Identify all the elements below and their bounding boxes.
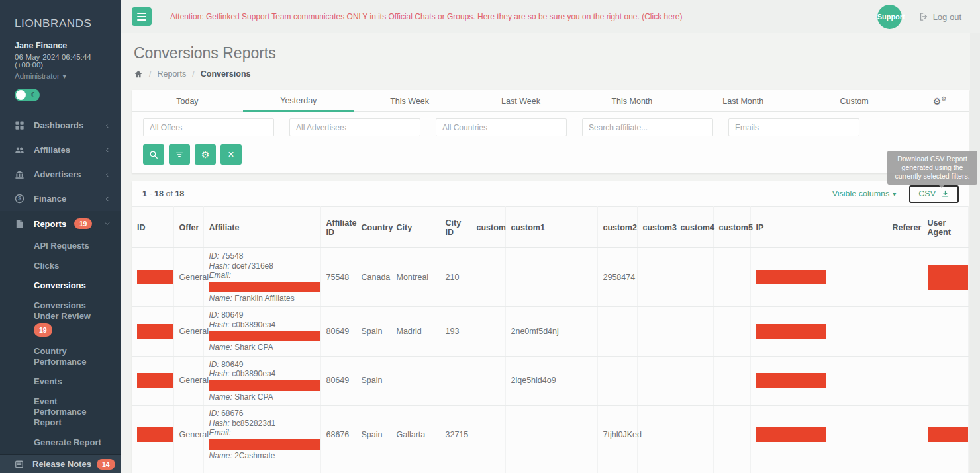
column-header-custom1: custom1	[505, 207, 597, 248]
cell-custom3	[637, 406, 675, 464]
cell-custom2	[597, 356, 637, 406]
tabs-settings-button[interactable]: ⚙⚙	[910, 90, 969, 111]
cell-custom3	[637, 464, 675, 473]
settings-button[interactable]: ⚙	[195, 144, 216, 165]
date-range-tabs: TodayYesterdayThis WeekLast WeekThis Mon…	[132, 90, 969, 112]
cell-offer: General	[173, 248, 203, 307]
filter-affiliate-search-input[interactable]	[582, 118, 713, 136]
tab-custom[interactable]: Custom	[799, 90, 910, 112]
redacted-email	[209, 282, 322, 292]
breadcrumb-reports[interactable]: Reports	[157, 69, 186, 79]
filter-button[interactable]	[169, 144, 190, 165]
tab-last-month[interactable]: Last Month	[687, 90, 799, 112]
column-header-custom: custom	[471, 207, 505, 248]
toggle-knob	[16, 90, 26, 100]
cell-custom1: 2ne0mf5d4nj	[505, 307, 597, 357]
cell-user_agent	[922, 464, 968, 473]
cell-custom4	[675, 248, 713, 307]
column-header-custom2: custom2	[597, 207, 637, 248]
cell-affiliate_id: 80649	[320, 356, 356, 406]
tab-last-week[interactable]: Last Week	[466, 90, 577, 112]
cell-custom4	[675, 464, 713, 473]
user-name: Jane Finance	[15, 41, 121, 50]
sidebar-item-clicks[interactable]: Clicks	[0, 256, 121, 276]
sidebar-item-release-notes[interactable]: Release Notes 14	[0, 454, 121, 473]
brand-logo: LIONBRANDS	[0, 0, 121, 33]
csv-label: CSV	[918, 189, 936, 198]
sidebar-item-events[interactable]: Events	[0, 372, 121, 392]
cell-ip	[750, 464, 887, 473]
sidebar-item-country-performance[interactable]: Country Performance	[0, 341, 121, 372]
cell-city_id: 210	[440, 248, 471, 307]
tab-yesterday[interactable]: Yesterday	[243, 90, 354, 112]
column-header-country: Country	[356, 207, 391, 248]
sidebar-item-event-performance-report[interactable]: Event Performance Report	[0, 392, 121, 433]
table-header-row: IDOfferAffiliateAffiliate IDCountryCityC…	[132, 207, 968, 248]
sidebar-item-label: Dashboards	[34, 120, 104, 130]
chevron-down-icon	[104, 220, 111, 227]
logout-button[interactable]: Log out	[919, 12, 961, 22]
redacted-email	[209, 331, 322, 341]
cell-custom	[471, 464, 505, 473]
sidebar-toggle-button[interactable]	[132, 7, 152, 26]
csv-download-button[interactable]: CSV	[909, 185, 959, 203]
affiliates-icon	[15, 145, 25, 155]
cell-offer: General	[173, 406, 203, 464]
chevron-down-icon: ▾	[63, 73, 66, 80]
home-icon[interactable]	[134, 69, 143, 79]
cell-user_agent	[922, 307, 968, 357]
filter-offers-input[interactable]	[143, 118, 274, 136]
cell-custom5	[713, 464, 750, 473]
sidebar: LIONBRANDS Jane Finance 06-May-2024 06:4…	[0, 0, 121, 473]
breadcrumb: / Reports / Conversions	[134, 69, 969, 79]
redacted-ip	[756, 324, 826, 339]
sidebar-item-affiliates[interactable]: Affiliates	[0, 138, 121, 162]
filter-advertisers-input[interactable]	[289, 118, 420, 136]
cell-city	[391, 356, 440, 406]
cell-referer	[887, 307, 922, 357]
column-header-ip: IP	[750, 207, 887, 248]
filter-countries-input[interactable]	[436, 118, 567, 136]
logout-icon	[919, 12, 928, 21]
table-body: GeneralID: 75548Hash: dcef7316e8Email:Na…	[132, 248, 968, 473]
breadcrumb-current: Conversions	[201, 69, 251, 79]
cell-ip	[750, 248, 887, 307]
filter-emails-input[interactable]	[728, 118, 859, 136]
cell-affiliate_id: 75548	[320, 248, 356, 307]
sidebar-item-conversions[interactable]: Conversions	[0, 276, 121, 296]
tab-this-week[interactable]: This Week	[354, 90, 466, 112]
sidebar-item-api-requests[interactable]: API Requests	[0, 236, 121, 256]
filters-row	[132, 112, 969, 140]
cell-ip	[750, 356, 887, 406]
search-button[interactable]	[143, 144, 164, 165]
chevron-left-icon	[104, 196, 111, 202]
cell-user_agent	[922, 248, 968, 307]
cell-country: Spain	[356, 307, 391, 357]
conversions-table-container[interactable]: IDOfferAffiliateAffiliate IDCountryCityC…	[132, 206, 969, 473]
cell-custom	[471, 406, 505, 464]
cell-referer	[887, 248, 922, 307]
column-header-custom3: custom3	[637, 207, 675, 248]
sidebar-item-finance[interactable]: $Finance	[0, 187, 121, 211]
sidebar-item-reports[interactable]: Reports 19	[0, 211, 121, 236]
sidebar-item-dashboards[interactable]: Dashboards	[0, 113, 121, 138]
sidebar-item-generate-report[interactable]: Generate Report	[0, 433, 121, 452]
sidebar-item-label: Affiliates	[34, 145, 104, 155]
sidebar-item-conversions-under-review[interactable]: Conversions Under Review19	[0, 296, 121, 341]
pagination-start: 1	[142, 189, 147, 198]
clear-filters-button[interactable]: ×	[220, 144, 242, 165]
cell-affiliate: ID: 75548Hash: dcef7316e8Email:Name: Fra…	[203, 248, 320, 307]
tab-today[interactable]: Today	[132, 90, 243, 112]
cell-city_id	[440, 464, 471, 473]
tab-this-month[interactable]: This Month	[576, 90, 687, 112]
user-role-dropdown[interactable]: Administrator ▾	[15, 72, 121, 80]
support-button[interactable]: Support	[877, 5, 902, 29]
conversions-table: IDOfferAffiliateAffiliate IDCountryCityC…	[132, 206, 969, 473]
visible-columns-button[interactable]: Visible columns ▾	[832, 189, 897, 198]
theme-toggle[interactable]: ☾	[15, 89, 40, 101]
page-scrollbar-gutter[interactable]	[970, 33, 980, 473]
cell-custom1	[505, 464, 597, 473]
cell-custom1: 2iqe5hld4o9	[505, 356, 597, 406]
sidebar-item-advertisers[interactable]: Advertisers	[0, 162, 121, 187]
attention-click-here-link[interactable]: (Click here)	[642, 12, 682, 21]
